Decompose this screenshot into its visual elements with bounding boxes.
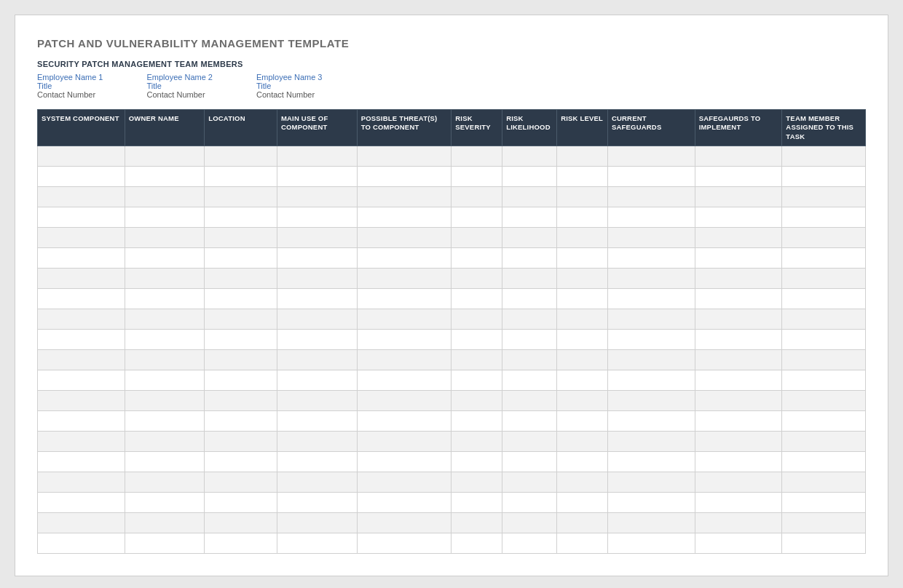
table-cell[interactable] xyxy=(205,370,277,391)
table-cell[interactable] xyxy=(607,330,695,350)
table-cell[interactable] xyxy=(277,146,357,167)
table-cell[interactable] xyxy=(557,146,608,167)
table-cell[interactable] xyxy=(357,472,452,493)
table-cell[interactable] xyxy=(357,309,452,330)
table-cell[interactable] xyxy=(782,207,866,228)
table-cell[interactable] xyxy=(277,432,357,452)
table-cell[interactable] xyxy=(357,391,452,411)
table-cell[interactable] xyxy=(607,187,695,207)
table-cell[interactable] xyxy=(357,146,452,167)
table-cell[interactable] xyxy=(502,146,557,167)
table-cell[interactable] xyxy=(357,289,452,309)
table-cell[interactable] xyxy=(277,248,357,269)
table-cell[interactable] xyxy=(695,187,782,207)
table-cell[interactable] xyxy=(38,269,125,289)
table-cell[interactable] xyxy=(125,391,205,411)
table-cell[interactable] xyxy=(557,432,608,452)
table-cell[interactable] xyxy=(607,146,695,167)
table-cell[interactable] xyxy=(357,432,452,452)
table-cell[interactable] xyxy=(277,513,357,533)
table-cell[interactable] xyxy=(695,472,782,493)
table-cell[interactable] xyxy=(357,350,452,370)
table-cell[interactable] xyxy=(452,452,502,472)
table-cell[interactable] xyxy=(557,269,608,289)
table-cell[interactable] xyxy=(125,493,205,513)
table-cell[interactable] xyxy=(277,289,357,309)
table-cell[interactable] xyxy=(277,370,357,391)
table-cell[interactable] xyxy=(782,146,866,167)
table-cell[interactable] xyxy=(125,370,205,391)
table-cell[interactable] xyxy=(695,391,782,411)
table-cell[interactable] xyxy=(452,248,502,269)
table-cell[interactable] xyxy=(502,391,557,411)
table-cell[interactable] xyxy=(695,248,782,269)
table-cell[interactable] xyxy=(502,269,557,289)
table-cell[interactable] xyxy=(607,472,695,493)
table-cell[interactable] xyxy=(125,309,205,330)
table-cell[interactable] xyxy=(502,452,557,472)
table-cell[interactable] xyxy=(452,493,502,513)
table-cell[interactable] xyxy=(695,269,782,289)
table-cell[interactable] xyxy=(452,411,502,432)
table-cell[interactable] xyxy=(452,228,502,248)
table-cell[interactable] xyxy=(357,533,452,554)
table-cell[interactable] xyxy=(125,533,205,554)
table-cell[interactable] xyxy=(557,228,608,248)
table-cell[interactable] xyxy=(205,513,277,533)
table-cell[interactable] xyxy=(557,391,608,411)
table-cell[interactable] xyxy=(502,309,557,330)
table-cell[interactable] xyxy=(502,411,557,432)
table-cell[interactable] xyxy=(452,289,502,309)
table-cell[interactable] xyxy=(782,493,866,513)
table-cell[interactable] xyxy=(277,452,357,472)
table-cell[interactable] xyxy=(125,248,205,269)
table-cell[interactable] xyxy=(557,493,608,513)
table-cell[interactable] xyxy=(277,207,357,228)
table-cell[interactable] xyxy=(452,432,502,452)
table-cell[interactable] xyxy=(205,146,277,167)
table-cell[interactable] xyxy=(125,146,205,167)
table-cell[interactable] xyxy=(557,370,608,391)
table-cell[interactable] xyxy=(695,411,782,432)
table-cell[interactable] xyxy=(607,167,695,187)
table-cell[interactable] xyxy=(205,533,277,554)
table-cell[interactable] xyxy=(607,533,695,554)
table-cell[interactable] xyxy=(502,493,557,513)
table-cell[interactable] xyxy=(557,452,608,472)
table-cell[interactable] xyxy=(502,187,557,207)
table-cell[interactable] xyxy=(277,533,357,554)
table-cell[interactable] xyxy=(452,207,502,228)
table-cell[interactable] xyxy=(125,167,205,187)
table-cell[interactable] xyxy=(452,472,502,493)
table-cell[interactable] xyxy=(205,187,277,207)
table-cell[interactable] xyxy=(357,493,452,513)
table-cell[interactable] xyxy=(695,167,782,187)
table-cell[interactable] xyxy=(38,472,125,493)
table-cell[interactable] xyxy=(357,513,452,533)
table-cell[interactable] xyxy=(205,472,277,493)
table-cell[interactable] xyxy=(502,289,557,309)
table-cell[interactable] xyxy=(205,452,277,472)
table-cell[interactable] xyxy=(452,370,502,391)
table-cell[interactable] xyxy=(502,350,557,370)
table-cell[interactable] xyxy=(205,309,277,330)
table-cell[interactable] xyxy=(557,248,608,269)
table-cell[interactable] xyxy=(38,370,125,391)
table-cell[interactable] xyxy=(782,187,866,207)
table-cell[interactable] xyxy=(782,370,866,391)
table-cell[interactable] xyxy=(782,350,866,370)
table-cell[interactable] xyxy=(607,513,695,533)
table-cell[interactable] xyxy=(205,391,277,411)
table-cell[interactable] xyxy=(557,513,608,533)
table-cell[interactable] xyxy=(205,289,277,309)
table-cell[interactable] xyxy=(38,350,125,370)
table-cell[interactable] xyxy=(452,269,502,289)
table-cell[interactable] xyxy=(357,411,452,432)
table-cell[interactable] xyxy=(695,493,782,513)
table-cell[interactable] xyxy=(277,493,357,513)
table-cell[interactable] xyxy=(277,167,357,187)
table-cell[interactable] xyxy=(695,452,782,472)
table-cell[interactable] xyxy=(277,330,357,350)
table-cell[interactable] xyxy=(452,309,502,330)
table-cell[interactable] xyxy=(357,269,452,289)
